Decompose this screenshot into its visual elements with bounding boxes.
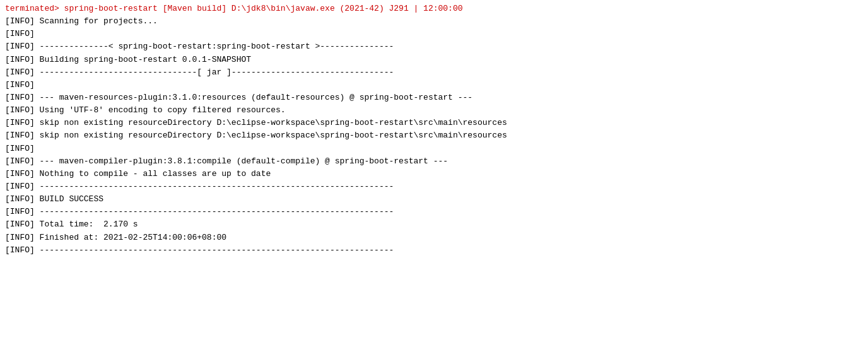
console-line: [INFO]	[5, 79, 863, 91]
console-line: [INFO] Finished at: 2021-02-25T14:00:06+…	[5, 232, 863, 244]
console-line: [INFO] Total time: 2.170 s	[5, 218, 863, 231]
console-line: [INFO] Nothing to compile - all classes …	[5, 168, 863, 180]
console-line: [INFO]	[5, 143, 863, 155]
console-line: [INFO] Scanning for projects...	[5, 15, 863, 28]
console-line: [INFO] BUILD SUCCESS	[5, 193, 863, 206]
console-line: [INFO] Using 'UTF-8' encoding to copy fi…	[5, 104, 863, 117]
console-line: [INFO] skip non existing resourceDirecto…	[5, 129, 863, 142]
console-output: terminated> spring-boot-restart [Maven b…	[0, 0, 868, 340]
console-line: [INFO] --- maven-compiler-plugin:3.8.1:c…	[5, 155, 863, 168]
console-line: [INFO] skip non existing resourceDirecto…	[5, 117, 863, 129]
console-line: [INFO] ---------------------------------…	[5, 180, 863, 193]
console-line: [INFO] --- maven-resources-plugin:3.1.0:…	[5, 91, 863, 104]
console-line: terminated> spring-boot-restart [Maven b…	[5, 3, 863, 15]
console-line: [INFO] ---------------------------------…	[5, 206, 863, 218]
console-line: [INFO] --------------< spring-boot-resta…	[5, 40, 863, 53]
console-line: [INFO] Building spring-boot-restart 0.0.…	[5, 54, 863, 66]
console-line: [INFO] ---------------------------------…	[5, 244, 863, 257]
console-line: [INFO]	[5, 28, 863, 40]
console-line: [INFO] --------------------------------[…	[5, 66, 863, 79]
